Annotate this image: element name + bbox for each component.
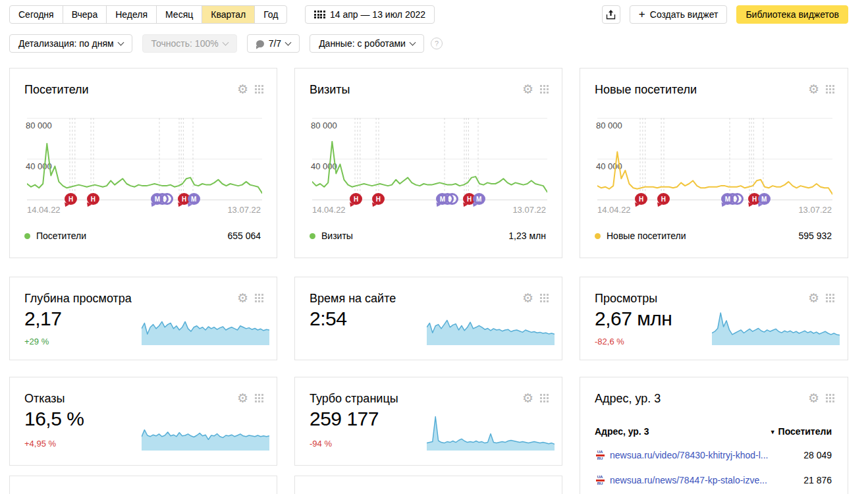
table-row: UARU newsua.ru/video/78430-khitryj-khod-… bbox=[595, 450, 832, 460]
gear-icon[interactable]: ⚙ bbox=[237, 292, 248, 304]
x-axis-end: 13.07.22 bbox=[798, 205, 832, 215]
drag-handle-icon[interactable] bbox=[540, 294, 549, 302]
period-quarter[interactable]: Квартал bbox=[202, 5, 255, 24]
accuracy-dropdown: Точность: 100% bbox=[142, 34, 237, 53]
widget-new-visitors: Новые посетители ⚙ 80 000 40 000 ННМНМ 1… bbox=[580, 68, 848, 258]
comment-marker[interactable]: М bbox=[473, 193, 485, 205]
visitors-count: 28 049 bbox=[803, 450, 832, 460]
table-row: UARU newsua.ru/news/78447-kp-stalo-izve.… bbox=[595, 475, 832, 485]
x-axis-end: 13.07.22 bbox=[227, 205, 261, 215]
kpi-delta: -94 % bbox=[310, 439, 332, 449]
comment-marker[interactable]: Н bbox=[372, 193, 385, 205]
drag-handle-icon[interactable] bbox=[255, 294, 263, 302]
comment-marker[interactable]: Н bbox=[635, 193, 647, 205]
x-axis-start: 14.04.22 bbox=[597, 205, 631, 215]
legend-value: 1,23 млн bbox=[508, 231, 546, 241]
widget-title: Отказы bbox=[24, 392, 65, 406]
period-toolbar: Сегодня Вчера Неделя Месяц Квартал Год 1… bbox=[9, 5, 435, 24]
legend-value: 655 064 bbox=[227, 231, 261, 241]
comment-marker[interactable]: М bbox=[758, 193, 771, 205]
period-today[interactable]: Сегодня bbox=[9, 5, 63, 24]
widget-title: Визиты bbox=[310, 83, 350, 97]
gear-icon[interactable]: ⚙ bbox=[522, 392, 533, 404]
comment-marker[interactable]: М bbox=[188, 193, 200, 205]
date-range-picker[interactable]: 14 апр — 13 июл 2022 bbox=[305, 5, 435, 24]
drag-handle-icon[interactable] bbox=[540, 85, 549, 94]
comment-marker[interactable]: Н bbox=[350, 193, 362, 205]
legend-item[interactable]: Новые посетители bbox=[595, 231, 686, 241]
legend-item[interactable]: Визиты bbox=[310, 231, 353, 241]
plus-icon: + bbox=[639, 9, 645, 20]
drag-handle-icon[interactable] bbox=[255, 85, 263, 94]
period-yesterday[interactable]: Вчера bbox=[63, 5, 107, 24]
kpi-delta: +4,95 % bbox=[24, 439, 56, 449]
column-visitors[interactable]: ▼Посетители bbox=[770, 426, 832, 437]
depth-sparkline[interactable] bbox=[142, 315, 269, 345]
data-mode-dropdown[interactable]: Данные: с роботами bbox=[310, 34, 424, 53]
gear-icon[interactable]: ⚙ bbox=[522, 292, 533, 304]
x-axis-start: 14.04.22 bbox=[312, 205, 346, 215]
comments-dropdown[interactable]: 7/7 bbox=[247, 34, 300, 53]
widget-title: Время на сайте bbox=[310, 292, 396, 306]
comment-marker[interactable]: М bbox=[721, 193, 734, 205]
comment-marker[interactable]: Н bbox=[657, 193, 670, 205]
share-button[interactable] bbox=[602, 5, 620, 24]
visitors-count: 21 876 bbox=[803, 475, 832, 485]
drag-handle-icon[interactable] bbox=[826, 394, 834, 402]
drag-handle-icon[interactable] bbox=[826, 294, 834, 302]
gear-icon[interactable]: ⚙ bbox=[237, 392, 248, 404]
site-favicon: UARU bbox=[595, 475, 605, 485]
calendar-icon bbox=[314, 11, 325, 18]
gear-icon[interactable]: ⚙ bbox=[237, 83, 248, 96]
widget-views: Просмотры ⚙ 2,67 млн -82,6 % bbox=[580, 277, 848, 360]
kpi-value: 2,17 bbox=[24, 308, 61, 330]
url-link[interactable]: UARU newsua.ru/video/78430-khitryj-khod-… bbox=[595, 450, 768, 460]
gear-icon[interactable]: ⚙ bbox=[808, 292, 819, 304]
widget-visitors: Посетители ⚙ 80 000 40 000 ННМНМ 14.04.2… bbox=[9, 68, 277, 258]
chevron-down-icon bbox=[285, 39, 292, 45]
kpi-value: 2:54 bbox=[310, 308, 346, 330]
kpi-value: 16,5 % bbox=[24, 408, 84, 430]
time-sparkline[interactable] bbox=[427, 315, 555, 345]
url-link[interactable]: UARU newsua.ru/news/78447-kp-stalo-izve.… bbox=[595, 475, 767, 485]
widget-turbo: Турбо страницы ⚙ 259 177 -94 % bbox=[294, 377, 562, 466]
x-axis-start: 14.04.22 bbox=[27, 205, 61, 215]
new-visitors-line-chart[interactable]: ННМНМ bbox=[597, 118, 832, 201]
period-month[interactable]: Месяц bbox=[156, 5, 202, 24]
widget-time-on-site: Время на сайте ⚙ 2:54 bbox=[294, 277, 562, 360]
visits-line-chart[interactable]: ННМНМ bbox=[312, 118, 547, 201]
legend-item[interactable]: Посетители bbox=[24, 231, 86, 241]
drag-handle-icon[interactable] bbox=[826, 85, 834, 94]
chevron-down-icon bbox=[409, 39, 416, 45]
drag-handle-icon[interactable] bbox=[540, 394, 549, 402]
bounce-sparkline[interactable] bbox=[142, 420, 269, 451]
widget-title: Посетители bbox=[24, 83, 89, 97]
comment-marker[interactable]: М bbox=[436, 193, 448, 205]
period-week[interactable]: Неделя bbox=[106, 5, 157, 24]
x-axis-end: 13.07.22 bbox=[512, 205, 546, 215]
gear-icon[interactable]: ⚙ bbox=[522, 83, 533, 96]
comment-marker[interactable]: Н bbox=[87, 193, 99, 205]
widget-library-button[interactable]: Библиотека виджетов bbox=[736, 5, 848, 24]
column-url[interactable]: Адрес, ур. 3 bbox=[595, 426, 649, 437]
comment-marker[interactable]: Н bbox=[65, 193, 77, 205]
legend-value: 595 932 bbox=[798, 231, 832, 241]
kpi-delta: +29 % bbox=[24, 337, 49, 346]
visitors-line-chart[interactable]: ННМНМ bbox=[27, 118, 262, 201]
period-year[interactable]: Год bbox=[254, 5, 287, 24]
turbo-sparkline[interactable] bbox=[427, 414, 555, 451]
sort-desc-icon: ▼ bbox=[770, 429, 776, 435]
gear-icon[interactable]: ⚙ bbox=[808, 392, 819, 404]
comment-marker[interactable]: М bbox=[151, 193, 163, 205]
date-range-label: 14 апр — 13 июл 2022 bbox=[330, 6, 425, 23]
legend-dot bbox=[24, 233, 30, 239]
widget-title: Адрес, ур. 3 bbox=[595, 392, 661, 406]
views-sparkline[interactable] bbox=[712, 312, 840, 345]
create-widget-button[interactable]: + Создать виджет bbox=[630, 5, 728, 24]
kpi-delta: -82,6 % bbox=[595, 337, 624, 346]
widget-title: Новые посетители bbox=[595, 83, 697, 97]
detail-dropdown[interactable]: Детализация: по дням bbox=[9, 34, 132, 53]
gear-icon[interactable]: ⚙ bbox=[808, 83, 819, 96]
help-icon[interactable]: ? bbox=[431, 38, 443, 49]
drag-handle-icon[interactable] bbox=[255, 394, 263, 402]
